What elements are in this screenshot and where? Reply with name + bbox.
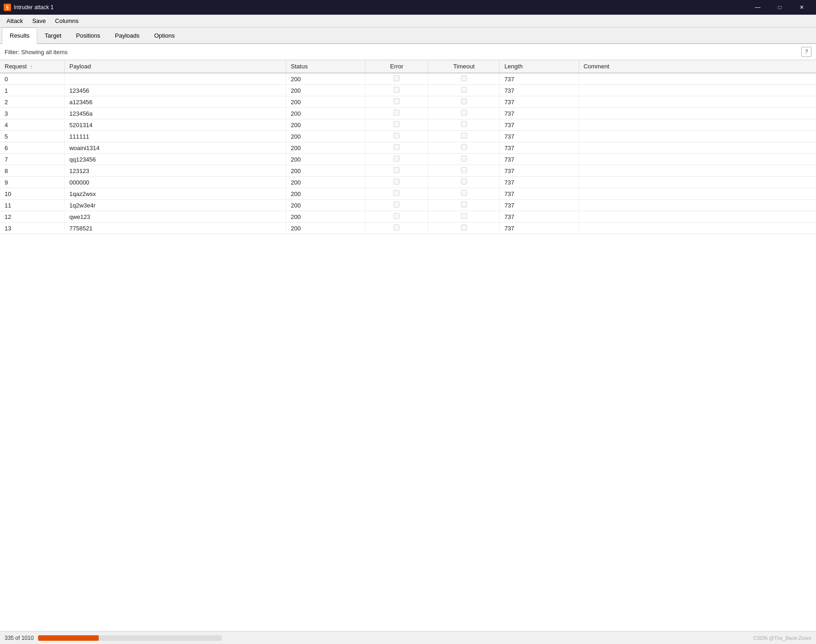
cell-length: 737 (500, 96, 579, 108)
cell-length: 737 (500, 142, 579, 154)
cell-length: 737 (500, 119, 579, 131)
cell-error[interactable] (365, 154, 428, 165)
cell-error[interactable] (365, 188, 428, 200)
cell-payload: 5201314 (64, 119, 286, 131)
cell-length: 737 (500, 177, 579, 188)
table-header-row: Request ↑ Payload Status Error Timeout L… (0, 60, 816, 73)
tab-positions[interactable]: Positions (69, 27, 108, 44)
table-row[interactable]: 0200737 (0, 73, 816, 85)
filter-help-button[interactable]: ? (801, 47, 811, 57)
tab-target[interactable]: Target (37, 27, 68, 44)
cell-error[interactable] (365, 119, 428, 131)
cell-payload (64, 73, 286, 85)
table-row[interactable]: 8123123200737 (0, 165, 816, 177)
table-row[interactable]: 5111111200737 (0, 131, 816, 142)
cell-error[interactable] (365, 142, 428, 154)
table-row[interactable]: 111q2w3e4r200737 (0, 200, 816, 211)
cell-comment (579, 73, 816, 85)
cell-timeout[interactable] (428, 188, 500, 200)
progress-fill (38, 635, 99, 641)
cell-error[interactable] (365, 211, 428, 223)
cell-comment (579, 142, 816, 154)
cell-payload: qq123456 (64, 154, 286, 165)
menu-attack[interactable]: Attack (2, 16, 28, 26)
cell-payload: 1qaz2wsx (64, 188, 286, 200)
cell-error[interactable] (365, 96, 428, 108)
cell-error[interactable] (365, 223, 428, 234)
cell-timeout[interactable] (428, 108, 500, 119)
cell-timeout[interactable] (428, 131, 500, 142)
cell-error[interactable] (365, 108, 428, 119)
cell-timeout[interactable] (428, 223, 500, 234)
col-header-request[interactable]: Request ↑ (0, 60, 64, 73)
status-count: 335 of 1010 (5, 635, 34, 641)
cell-timeout[interactable] (428, 177, 500, 188)
cell-error[interactable] (365, 165, 428, 177)
cell-payload: 123456 (64, 85, 286, 96)
cell-payload: 111111 (64, 131, 286, 142)
cell-timeout[interactable] (428, 211, 500, 223)
cell-error[interactable] (365, 85, 428, 96)
cell-status: 200 (286, 223, 365, 234)
cell-comment (579, 165, 816, 177)
cell-request: 6 (0, 142, 64, 154)
cell-error[interactable] (365, 131, 428, 142)
cell-comment (579, 188, 816, 200)
cell-request: 9 (0, 177, 64, 188)
tab-results[interactable]: Results (2, 28, 37, 44)
col-header-comment[interactable]: Comment (579, 60, 816, 73)
table-row[interactable]: 101qaz2wsx200737 (0, 188, 816, 200)
table-row[interactable]: 9000000200737 (0, 177, 816, 188)
cell-status: 200 (286, 85, 365, 96)
cell-timeout[interactable] (428, 200, 500, 211)
table-body: 020073711234562007372a123456200737312345… (0, 73, 816, 234)
cell-status: 200 (286, 73, 365, 85)
table-row[interactable]: 3123456a200737 (0, 108, 816, 119)
cell-timeout[interactable] (428, 85, 500, 96)
cell-length: 737 (500, 73, 579, 85)
cell-timeout[interactable] (428, 165, 500, 177)
menu-columns[interactable]: Columns (51, 16, 83, 26)
cell-comment (579, 200, 816, 211)
results-table-container: Request ↑ Payload Status Error Timeout L… (0, 60, 816, 631)
cell-payload: a123456 (64, 96, 286, 108)
cell-comment (579, 154, 816, 165)
col-header-timeout[interactable]: Timeout (428, 60, 500, 73)
cell-request: 1 (0, 85, 64, 96)
cell-payload: 7758521 (64, 223, 286, 234)
table-row[interactable]: 7qq123456200737 (0, 154, 816, 165)
col-header-payload[interactable]: Payload (64, 60, 286, 73)
col-header-error[interactable]: Error (365, 60, 428, 73)
filter-bar: Filter: Showing all items ? (0, 44, 816, 60)
cell-request: 4 (0, 119, 64, 131)
cell-timeout[interactable] (428, 96, 500, 108)
table-row[interactable]: 45201314200737 (0, 119, 816, 131)
cell-timeout[interactable] (428, 154, 500, 165)
col-header-length[interactable]: Length (500, 60, 579, 73)
menu-save[interactable]: Save (28, 16, 51, 26)
cell-status: 200 (286, 108, 365, 119)
maximize-button[interactable]: □ (769, 0, 790, 15)
tab-payloads[interactable]: Payloads (107, 27, 146, 44)
cell-length: 737 (500, 200, 579, 211)
cell-error[interactable] (365, 177, 428, 188)
close-button[interactable]: ✕ (791, 0, 812, 15)
table-row[interactable]: 12qwe123200737 (0, 211, 816, 223)
cell-error[interactable] (365, 73, 428, 85)
col-header-status[interactable]: Status (286, 60, 365, 73)
tab-options[interactable]: Options (147, 27, 182, 44)
table-row[interactable]: 137758521200737 (0, 223, 816, 234)
cell-length: 737 (500, 85, 579, 96)
table-row[interactable]: 2a123456200737 (0, 96, 816, 108)
cell-request: 5 (0, 131, 64, 142)
table-row[interactable]: 1123456200737 (0, 85, 816, 96)
cell-comment (579, 211, 816, 223)
cell-error[interactable] (365, 200, 428, 211)
cell-timeout[interactable] (428, 73, 500, 85)
results-table: Request ↑ Payload Status Error Timeout L… (0, 60, 816, 234)
cell-timeout[interactable] (428, 119, 500, 131)
table-row[interactable]: 6woaini1314200737 (0, 142, 816, 154)
minimize-button[interactable]: — (747, 0, 768, 15)
cell-timeout[interactable] (428, 142, 500, 154)
tab-bar: Results Target Positions Payloads Option… (0, 28, 816, 44)
